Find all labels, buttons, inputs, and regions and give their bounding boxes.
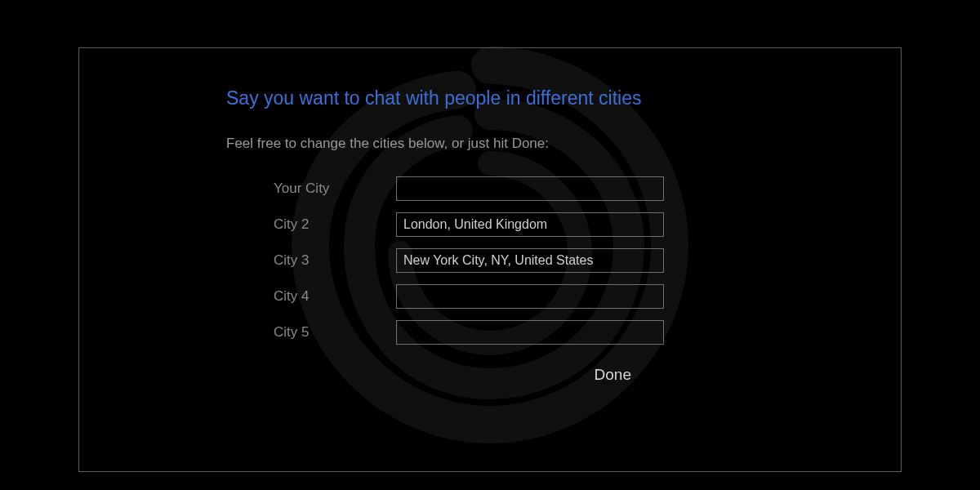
input-city-2[interactable] [396, 212, 664, 237]
done-button[interactable]: Done [595, 366, 631, 384]
dialog-subtitle: Feel free to change the cities below, or… [226, 136, 754, 152]
input-city-4[interactable] [396, 284, 664, 309]
city-form: Your City City 2 City 3 City 4 City 5 [274, 176, 754, 345]
form-row-city-5: City 5 [274, 320, 754, 345]
city-dialog: Say you want to chat with people in diff… [78, 47, 902, 472]
dialog-title: Say you want to chat with people in diff… [226, 87, 754, 109]
label-city-2: City 2 [274, 216, 396, 233]
input-city-5[interactable] [396, 320, 664, 345]
form-row-city-4: City 4 [274, 284, 754, 309]
label-your-city: Your City [274, 180, 396, 197]
label-city-3: City 3 [274, 252, 396, 269]
input-city-3[interactable] [396, 248, 664, 273]
input-your-city[interactable] [396, 176, 664, 201]
label-city-4: City 4 [274, 288, 396, 305]
label-city-5: City 5 [274, 324, 396, 341]
form-row-your-city: Your City [274, 176, 754, 201]
done-row: Done [226, 366, 754, 384]
form-row-city-2: City 2 [274, 212, 754, 237]
form-row-city-3: City 3 [274, 248, 754, 273]
